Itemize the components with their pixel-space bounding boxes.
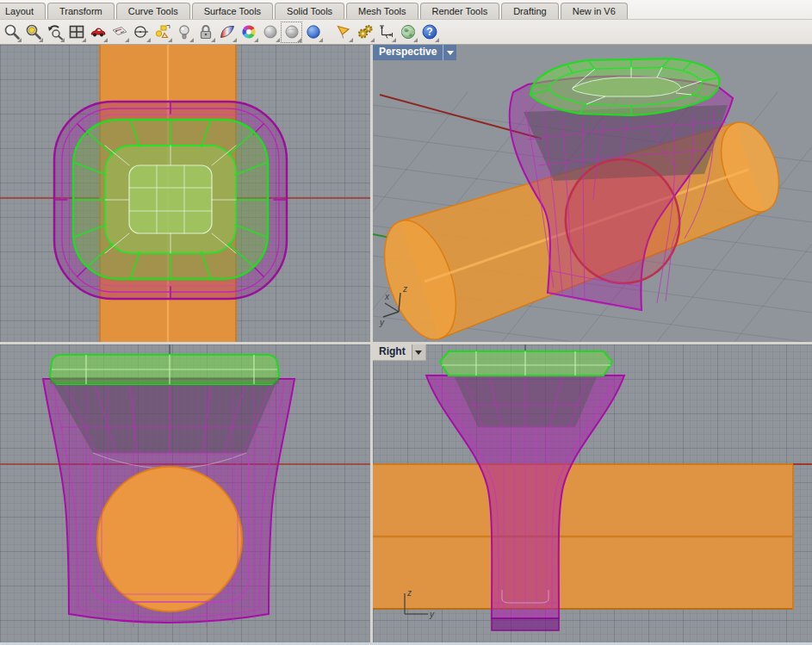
gem-mesh-top[interactable] [73, 120, 268, 279]
axis-y-label: y [429, 610, 435, 619]
ghosted-display-button[interactable] [259, 22, 281, 43]
zoom-window-icon [25, 23, 42, 40]
tab-curve-tools[interactable]: Curve Tools [116, 3, 190, 19]
lamp-icon [176, 23, 193, 40]
main-toolbar: ? [0, 20, 812, 45]
tab-render-tools[interactable]: Render Tools [420, 3, 500, 19]
help-glyph: ? [426, 26, 432, 38]
help-button[interactable]: ? [418, 22, 440, 43]
axis-x-label: x [384, 292, 390, 301]
viewport-perspective[interactable]: z x y Perspective [373, 45, 812, 342]
rendered-display-button[interactable] [302, 22, 324, 43]
dimension-button[interactable] [375, 22, 397, 43]
lamp-button[interactable] [173, 22, 195, 43]
ghosted-display-icon [262, 23, 279, 40]
zoom-extents-button[interactable] [1, 22, 22, 43]
xray-display-button[interactable] [281, 22, 302, 43]
circle-icon [133, 23, 150, 40]
finger-cylinder-right[interactable] [373, 463, 793, 610]
lock-icon [197, 23, 214, 40]
earth-button[interactable] [397, 22, 418, 43]
gem-mesh-right[interactable] [440, 351, 612, 375]
viewport-grid: z x y Perspective [0, 45, 812, 645]
tab-layout[interactable]: Layout [0, 3, 46, 19]
tab-drafting[interactable]: Drafting [501, 3, 559, 19]
viewport-menu-arrow-icon[interactable] [443, 45, 456, 60]
viewport-front[interactable] [0, 344, 370, 642]
make-2d-button[interactable] [108, 22, 130, 43]
tab-solid-tools[interactable]: Solid Tools [275, 3, 344, 19]
viewport-layout-button[interactable] [65, 22, 87, 43]
earth-icon [400, 23, 417, 40]
car-button[interactable] [87, 22, 108, 43]
toolbar-tab-bar: Layout Transform Curve Tools Surface Too… [0, 0, 812, 20]
viewport-title-perspective[interactable]: Perspective [373, 45, 456, 60]
selection-filter-icon [154, 23, 171, 40]
gears-button[interactable] [354, 22, 375, 43]
cone-flag-button[interactable] [332, 22, 354, 43]
viewport-title-text: Perspective [373, 45, 443, 60]
finger-cylinder-front[interactable] [97, 467, 242, 611]
help-icon: ? [421, 23, 438, 40]
tab-surface-tools[interactable]: Surface Tools [192, 3, 273, 19]
tab-new-in-v6[interactable]: New in V6 [561, 3, 628, 19]
zoom-extents-icon [3, 23, 21, 40]
color-wheel-icon [240, 23, 257, 40]
zoom-previous-icon [46, 23, 64, 40]
tab-transform[interactable]: Transform [47, 3, 115, 19]
dimension-icon [378, 23, 395, 40]
make-2d-icon [111, 23, 128, 40]
color-wheel-button[interactable] [238, 22, 259, 43]
gears-icon [356, 23, 374, 40]
viewport-right[interactable]: z y Right [373, 344, 812, 642]
gem-mesh-front[interactable] [50, 355, 279, 384]
viewport-menu-arrow-icon[interactable] [412, 344, 425, 360]
viewport-title-text: Right [373, 344, 412, 360]
shaded-display-button[interactable] [216, 22, 238, 43]
circle-button[interactable] [130, 22, 152, 43]
shaded-display-icon [219, 23, 236, 40]
viewport-title-right[interactable]: Right [373, 344, 426, 361]
lock-button[interactable] [195, 22, 216, 43]
axis-y-label: y [379, 318, 385, 327]
xray-display-icon [283, 23, 301, 40]
selection-filter-button[interactable] [152, 22, 173, 43]
car-icon [90, 23, 107, 40]
viewport-layout-icon [68, 23, 85, 40]
tab-mesh-tools[interactable]: Mesh Tools [346, 3, 418, 19]
axis-z-label: z [406, 588, 412, 598]
zoom-window-button[interactable] [22, 22, 44, 43]
cone-flag-icon [335, 23, 352, 40]
viewport-top[interactable] [0, 45, 370, 342]
zoom-previous-button[interactable] [44, 22, 65, 43]
rendered-display-icon [305, 23, 322, 40]
axis-z-label: z [402, 284, 407, 294]
